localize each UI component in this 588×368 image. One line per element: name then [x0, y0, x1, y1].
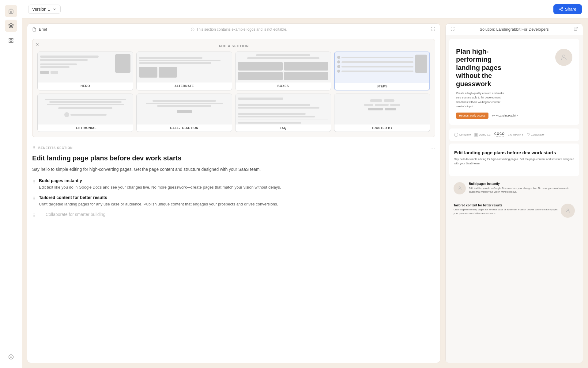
section-card-preview-alternate	[137, 52, 232, 82]
benefit-desc-2[interactable]: Craft targeted landing pages for any use…	[39, 201, 278, 208]
version-selector[interactable]: Version 1	[28, 5, 61, 14]
logo-coco: COCO LABREDA	[494, 132, 505, 137]
preview-content: Plan high-performing landing pages witho…	[446, 35, 583, 363]
benefit-title-2[interactable]: Tailored content for better results	[39, 195, 278, 200]
brief-bar: Brief This section contains example logo…	[27, 24, 440, 35]
sidebar	[0, 0, 22, 368]
brief-label: Brief	[39, 27, 47, 32]
share-button[interactable]: Share	[553, 4, 582, 14]
section-card-trusted-by[interactable]: TRUSTED BY	[334, 94, 430, 132]
preview-hero-section: Plan high-performing landing pages witho…	[449, 39, 579, 125]
section-card-label-hero: HERO	[38, 82, 133, 90]
section-card-preview-steps	[335, 52, 429, 83]
preview-expand-button[interactable]	[450, 27, 455, 32]
preview-benefit-title-1: Build pages instantly	[469, 182, 575, 186]
section-card-label-steps: STEPS	[335, 83, 429, 90]
section-card-testimonial[interactable]: TESTIMONIAL	[37, 94, 133, 132]
svg-point-10	[561, 10, 563, 11]
topbar: Version 1 Share	[22, 0, 588, 18]
section-label: BENEFITS SECTION	[38, 146, 73, 150]
svg-rect-2	[11, 38, 13, 40]
sidebar-item-home[interactable]	[5, 5, 17, 17]
benefit-desc-1[interactable]: Edit text like you do in Google Docs and…	[39, 184, 281, 191]
section-drag-handle[interactable]: ⠿	[32, 145, 36, 151]
svg-marker-0	[9, 24, 13, 26]
section-card-hero[interactable]: HERO	[37, 52, 133, 90]
section-card-label-alternate: ALTERNATE	[137, 82, 232, 90]
section-grid: HERO	[37, 52, 430, 132]
preview-benefit-desc-1: Edit text like you do in Google Docs and…	[469, 186, 575, 194]
logo-demo: Demo Co.	[474, 133, 492, 137]
logo-company: Company	[454, 133, 471, 137]
svg-line-12	[560, 8, 562, 9]
section-card-label-trusted-by: TRUSTED BY	[334, 125, 430, 132]
section-content: ⠿ BENEFITS SECTION ⋯ Edit landing page p…	[27, 141, 440, 363]
editor-panel: Brief This section contains example logo…	[27, 23, 440, 363]
svg-point-9	[559, 9, 560, 10]
add-section-overlay: ✕ ADD A SECTION	[32, 39, 435, 137]
svg-point-17	[563, 55, 565, 57]
svg-line-11	[560, 9, 562, 10]
sidebar-item-layers[interactable]	[5, 20, 17, 32]
version-label: Version 1	[32, 7, 50, 12]
preview-benefit-card-1: Build pages instantly Edit text like you…	[449, 178, 579, 198]
logo-corporation: Corporation	[527, 133, 545, 136]
benefit-item-3: ⠿ Collaborate for smarter building	[32, 212, 435, 219]
benefit-title-3[interactable]: Collaborate for smarter building	[39, 212, 105, 217]
preview-hero-cta-primary[interactable]: Request early access	[456, 113, 488, 119]
section-card-cta[interactable]: CALL-TO-ACTION	[136, 94, 232, 132]
section-card-faq[interactable]: FAQ	[235, 94, 331, 132]
benefit-drag-2[interactable]: ⠿	[32, 195, 36, 202]
preview-title: Solution: Landingrabbit For Developers	[480, 27, 548, 32]
main-content: Version 1 Share Brief This section conta…	[22, 0, 588, 368]
svg-point-19	[567, 209, 569, 211]
svg-point-5	[9, 355, 13, 359]
sidebar-item-emoji[interactable]	[5, 351, 17, 363]
section-card-boxes[interactable]: BOXES	[235, 52, 331, 90]
preview-hero-desc: Create a high-quality content and make s…	[456, 91, 508, 109]
brief-info-text: This section contains example logos and …	[196, 27, 287, 32]
section-card-label-cta: CALL-TO-ACTION	[137, 125, 232, 132]
preview-panel: Solution: Landingrabbit For Developers P…	[445, 23, 583, 363]
benefit-item-1: ⠿ Build pages instantly Edit text like y…	[32, 178, 435, 191]
preview-hero-cta-secondary[interactable]: Why LandingRabbit?	[490, 113, 520, 119]
body-area: Brief This section contains example logo…	[22, 18, 588, 368]
preview-logos-bar: Company Demo Co. COCO LABREDA COMPANY	[449, 128, 579, 141]
section-card-preview-testimonial	[38, 94, 133, 125]
section-card-label-boxes: BOXES	[236, 82, 331, 90]
svg-rect-1	[9, 38, 10, 40]
preview-hero-title: Plan high-performing landing pages witho…	[456, 48, 511, 88]
svg-line-16	[575, 27, 577, 29]
close-add-section-button[interactable]: ✕	[36, 42, 39, 47]
section-card-preview-faq	[236, 94, 331, 125]
section-card-preview-hero	[38, 52, 133, 82]
preview-benefit-desc-2: Craft targeted landing pages for any use…	[454, 208, 558, 215]
svg-rect-4	[11, 41, 13, 43]
editor-section-title[interactable]: Edit landing page plans before dev work …	[32, 154, 435, 163]
benefit-drag-1[interactable]: ⠿	[32, 178, 36, 185]
add-section-title: ADD A SECTION	[37, 44, 430, 48]
editor-section-desc[interactable]: Say hello to simple editing for high-con…	[32, 166, 435, 173]
section-menu[interactable]: ⋯	[430, 145, 435, 151]
brief-bar-left: Brief	[32, 27, 47, 32]
coco-logo-text: COCO	[494, 132, 505, 136]
section-card-preview-cta	[137, 94, 232, 125]
share-label: Share	[565, 7, 576, 12]
benefit-title-1[interactable]: Build pages instantly	[39, 178, 281, 183]
section-card-preview-boxes	[236, 52, 331, 82]
sidebar-item-templates[interactable]	[5, 34, 17, 47]
svg-point-8	[561, 7, 563, 9]
section-card-preview-trusted-by	[334, 94, 430, 125]
preview-benefits-desc: Say hello to simple editing for high-con…	[454, 157, 574, 166]
preview-external-button[interactable]	[574, 27, 578, 32]
benefit-drag-3[interactable]: ⠿	[32, 212, 36, 219]
preview-benefit-card-2: Tailored content for better results Craf…	[449, 200, 579, 221]
section-card-alternate[interactable]: ALTERNATE	[136, 52, 232, 90]
section-card-steps[interactable]: STEPS	[334, 52, 430, 90]
section-card-label-testimonial: TESTIMONIAL	[38, 125, 133, 132]
preview-benefits-section: Edit landing page plans before dev work …	[449, 144, 579, 176]
preview-topbar: Solution: Landingrabbit For Developers	[446, 24, 583, 35]
brief-info: This section contains example logos and …	[191, 27, 287, 32]
brief-expand[interactable]	[431, 27, 435, 32]
preview-benefits-title: Edit landing page plans before dev work …	[454, 150, 574, 156]
